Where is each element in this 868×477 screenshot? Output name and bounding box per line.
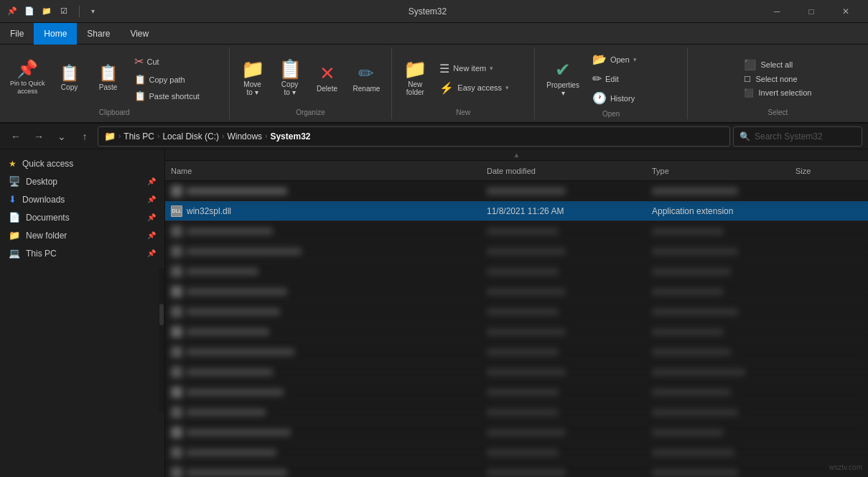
newitem-icon: ☰ [439,62,449,75]
organize-content: 📁 Moveto ▾ 📋 Copyto ▾ ✕ Delete ✏ Rename [235,50,386,106]
table-row[interactable] [165,362,868,382]
open-label: Open [602,107,620,118]
col-header-type[interactable]: Type [646,161,790,181]
edit-label: Edit [605,75,619,83]
paste-button[interactable]: 📋 Paste [90,62,127,94]
table-row[interactable] [165,402,868,422]
edit-button[interactable]: ✏ Edit [588,70,681,88]
delete-button[interactable]: ✕ Delete [310,60,345,97]
breadcrumb-system32[interactable]: System32 [270,131,310,142]
search-icon: 🔍 [739,131,750,142]
menu-view[interactable]: View [120,23,159,45]
new-label: New [456,106,470,116]
newitem-button[interactable]: ☰ New item ▾ [435,60,528,78]
pasteshortcut-button[interactable]: 📋 Paste shortcut [130,88,223,103]
table-row[interactable] [165,241,868,261]
window-title: System32 [101,6,755,17]
table-row[interactable] [165,261,868,282]
selected-file-row[interactable]: DLL win32spl.dll 11/8/2021 11:26 AM Appl… [165,201,868,221]
table-row[interactable] [165,422,868,443]
table-row[interactable] [165,302,868,322]
easyaccess-button[interactable]: ⚡ Easy access ▾ [435,79,528,97]
newfolder-button[interactable]: 📁 Newfolder [398,55,432,101]
properties-button[interactable]: ✔ Properties▾ [541,56,585,101]
table-row[interactable] [165,282,868,302]
invertselection-label: Invert selection [758,88,811,97]
sidebar-item-documents[interactable]: 📄 Documents 📌 [0,208,164,226]
table-row[interactable] [165,322,868,342]
moveto-button[interactable]: 📁 Moveto ▾ [235,55,270,101]
breadcrumb[interactable]: 📁 › This PC › Local Disk (C:) › Windows … [98,126,730,147]
easyaccess-label: Easy access [457,83,502,92]
pin-icon: 📌 [6,5,19,18]
cut-icon: ✂ [134,55,144,68]
history-label: History [610,94,635,103]
table-row[interactable] [165,342,868,362]
paste-icon: 📋 [98,65,118,81]
back-button[interactable]: ← [6,126,26,147]
properties-icon: ✔ [555,60,571,79]
sidebar-item-desktop[interactable]: 🖥️ Desktop 📌 [0,172,164,190]
selectall-label: Select all [760,60,793,69]
selectall-button[interactable]: ⬛ Select all [738,57,817,72]
easyaccess-icon: ⚡ [439,81,454,95]
col-header-size[interactable]: Size [790,161,868,181]
table-row[interactable] [165,443,868,463]
clipboard-content: 📌 Pin to Quickaccess 📋 Copy 📋 Paste ✂ Cu… [6,50,223,106]
sidebar-item-thispc[interactable]: 💻 This PC 📌 [0,244,164,262]
forward-button[interactable]: → [29,126,49,147]
pin-quickaccess-button[interactable]: 📌 Pin to Quickaccess [6,57,50,98]
col-header-date[interactable]: Date modified [481,161,646,181]
select-group: ⬛ Select all ☐ Select none ⬛ Invert sele… [688,47,868,119]
recent-locations-button[interactable]: ⌄ [52,126,72,147]
up-button[interactable]: ↑ [75,126,95,147]
new-content: 📁 Newfolder ☰ New item ▾ ⚡ Easy access ▾ [398,50,528,106]
copypath-button[interactable]: 📋 Copy path [130,72,223,87]
sidebar-section-quickaccess: ★ Quick access [0,155,164,172]
table-row[interactable] [165,181,868,201]
menu-home[interactable]: Home [34,23,77,45]
file-list-header: Name Date modified Type Size [165,161,868,181]
menu-bar: File Home Share View [0,23,868,45]
menu-file[interactable]: File [0,23,34,45]
col-header-name[interactable]: Name [165,161,481,181]
new-group: 📁 Newfolder ☰ New item ▾ ⚡ Easy access ▾… [392,47,535,119]
sidebar-item-downloads[interactable]: ⬇ Downloads 📌 [0,190,164,208]
copy-button[interactable]: 📋 Copy [52,62,87,94]
newfolder-sidebar-icon: 📁 [9,230,20,241]
cut-button[interactable]: ✂ Cut [130,52,223,70]
copyto-button[interactable]: 📋 Copyto ▾ [273,55,307,101]
window-controls: ─ □ ✕ [760,0,862,23]
minimize-button[interactable]: ─ [760,0,793,23]
sidebar-downloads-label: Downloads [22,195,65,205]
breadcrumb-localdisk[interactable]: Local Disk (C:) [162,131,219,142]
open-button[interactable]: 📂 Open ▾ [588,50,681,68]
desktop-icon: 🖥️ [9,176,20,187]
search-box[interactable]: 🔍 Search System32 [733,126,862,147]
documents-icon: 📄 [9,212,20,223]
breadcrumb-windows[interactable]: Windows [227,131,262,142]
open-label: Open [610,55,630,64]
menu-share[interactable]: Share [77,23,120,45]
invertselection-button[interactable]: ⬛ Invert selection [738,87,817,99]
rename-button[interactable]: ✏ Rename [347,60,386,97]
breadcrumb-sep2: › [222,132,224,140]
titlebar-dropdown[interactable]: ▾ [91,7,95,15]
dll-icon: DLL [171,205,182,217]
star-icon: ★ [9,159,17,169]
copy-icon: 📋 [60,65,79,81]
sidebar-item-newfolder[interactable]: 📁 New folder 📌 [0,226,164,244]
maximize-button[interactable]: □ [795,0,828,23]
history-button[interactable]: 🕐 History [588,89,681,107]
table-row[interactable] [165,221,868,241]
newfolder-icon: 📁 [403,60,426,78]
table-row[interactable] [165,463,868,477]
breadcrumb-thispc[interactable]: This PC [123,131,154,142]
sidebar-thispc-label: This PC [26,249,57,259]
pin-quickaccess-icon: 📌 [17,60,38,78]
selectnone-button[interactable]: ☐ Select none [738,73,817,85]
open-group: ✔ Properties▾ 📂 Open ▾ ✏ Edit 🕐 History [535,47,688,119]
table-row[interactable] [165,382,868,402]
sidebar-documents-label: Documents [26,213,70,223]
close-button[interactable]: ✕ [829,0,862,23]
